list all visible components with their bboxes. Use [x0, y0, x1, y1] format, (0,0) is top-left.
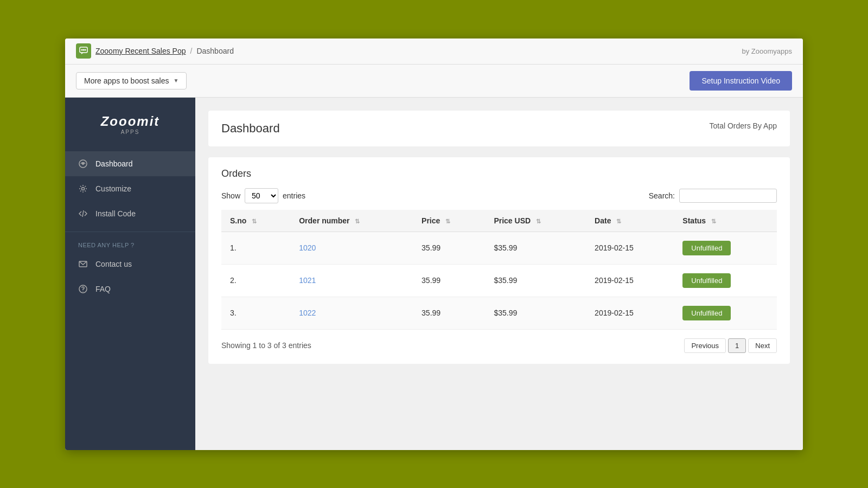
sidebar-help-label: NEED ANY HELP ?	[65, 232, 195, 252]
col-header-order-number[interactable]: Order number ⇅	[290, 210, 413, 232]
cell-price-usd: $35.99	[485, 232, 586, 264]
search-label: Search:	[649, 191, 675, 200]
app-logo-icon	[76, 43, 91, 59]
cell-date: 2019-02-15	[586, 264, 674, 297]
svg-point-6	[82, 187, 85, 190]
search-container: Search:	[649, 189, 777, 203]
order-link[interactable]: 1021	[299, 276, 316, 285]
col-header-status[interactable]: Status ⇅	[674, 210, 777, 232]
sidebar-item-customize-label: Customize	[95, 184, 131, 193]
sidebar: Zooomit APPS Dashboard	[65, 98, 195, 450]
sort-icon-sno: ⇅	[252, 218, 257, 224]
svg-point-3	[85, 49, 86, 51]
orders-section: Orders Show 50 25 10 100 entries Search	[208, 157, 790, 364]
sidebar-item-contact[interactable]: Contact us	[65, 252, 195, 277]
table-controls: Show 50 25 10 100 entries Search:	[221, 188, 777, 203]
svg-point-10	[82, 291, 83, 291]
sort-icon-price-usd: ⇅	[536, 218, 541, 224]
table-row: 2. 1021 35.99 $35.99 2019-02-15 Unfulfil…	[221, 264, 777, 297]
table-row: 1. 1020 35.99 $35.99 2019-02-15 Unfulfil…	[221, 232, 777, 264]
setup-instruction-button[interactable]: Setup Instruction Video	[690, 71, 792, 91]
dashboard-icon	[78, 159, 88, 169]
cell-price-usd: $35.99	[485, 297, 586, 329]
order-link[interactable]: 1022	[299, 309, 316, 317]
main-layout: Zooomit APPS Dashboard	[65, 98, 803, 450]
col-header-date[interactable]: Date ⇅	[586, 210, 674, 232]
cell-price: 35.99	[413, 297, 485, 329]
breadcrumb-separator: /	[190, 47, 193, 55]
entries-label: entries	[283, 191, 305, 200]
sort-icon-price: ⇅	[445, 218, 450, 224]
cell-order-number: 1021	[290, 264, 413, 297]
orders-table: S.no ⇅ Order number ⇅ Price ⇅ Price USD …	[221, 210, 777, 330]
page-1-button[interactable]: 1	[728, 338, 746, 353]
page-title: Dashboard	[221, 121, 280, 136]
cell-sno: 2.	[221, 264, 290, 297]
sidebar-logo-sub: APPS	[76, 129, 184, 135]
gear-icon	[78, 184, 88, 194]
code-icon	[78, 209, 88, 219]
content-area: Dashboard Total Orders By App Orders Sho…	[195, 98, 803, 450]
sidebar-item-contact-label: Contact us	[95, 260, 132, 268]
status-badge: Unfulfilled	[682, 273, 731, 288]
cell-price: 35.99	[413, 232, 485, 264]
cell-status: Unfulfilled	[674, 232, 777, 264]
cell-date: 2019-02-15	[586, 232, 674, 264]
status-badge: Unfulfilled	[682, 306, 731, 320]
table-header-row: S.no ⇅ Order number ⇅ Price ⇅ Price USD …	[221, 210, 777, 232]
svg-line-7	[82, 210, 84, 217]
svg-point-5	[82, 163, 84, 165]
pagination: Showing 1 to 3 of 3 entries Previous 1 N…	[221, 338, 777, 353]
chevron-down-icon: ▼	[173, 78, 178, 84]
cell-sno: 3.	[221, 297, 290, 329]
table-row: 3. 1022 35.99 $35.99 2019-02-15 Unfulfil…	[221, 297, 777, 329]
sidebar-item-install-code-label: Install Code	[95, 209, 136, 218]
top-bar: Zooomy Recent Sales Pop / Dashboard by Z…	[65, 38, 803, 65]
prev-button[interactable]: Previous	[684, 338, 726, 353]
cell-price: 35.99	[413, 264, 485, 297]
sidebar-item-faq-label: FAQ	[95, 285, 111, 293]
sidebar-item-customize[interactable]: Customize	[65, 176, 195, 201]
cell-order-number: 1020	[290, 232, 413, 264]
order-link[interactable]: 1020	[299, 243, 316, 252]
cell-order-number: 1022	[290, 297, 413, 329]
cell-status: Unfulfilled	[674, 264, 777, 297]
col-header-sno[interactable]: S.no ⇅	[221, 210, 290, 232]
sidebar-logo: Zooomit APPS	[65, 108, 195, 151]
next-button[interactable]: Next	[748, 338, 777, 353]
sort-icon-date: ⇅	[616, 218, 621, 224]
show-entries-control: Show 50 25 10 100 entries	[221, 188, 305, 203]
svg-point-1	[81, 49, 83, 51]
breadcrumb-current: Dashboard	[196, 47, 234, 55]
sidebar-item-install-code[interactable]: Install Code	[65, 201, 195, 226]
col-header-price-usd[interactable]: Price USD ⇅	[485, 210, 586, 232]
more-apps-label: More apps to boost sales	[84, 76, 169, 85]
app-name[interactable]: Zooomy Recent Sales Pop	[95, 47, 186, 55]
mail-icon	[78, 259, 88, 269]
sidebar-item-faq[interactable]: FAQ	[65, 277, 195, 301]
svg-point-2	[83, 49, 85, 51]
question-icon	[78, 284, 88, 294]
pagination-controls: Previous 1 Next	[684, 338, 777, 353]
cell-price-usd: $35.99	[485, 264, 586, 297]
sort-icon-order: ⇅	[355, 218, 360, 224]
cell-status: Unfulfilled	[674, 297, 777, 329]
sidebar-logo-text: Zooomit	[76, 114, 184, 129]
more-apps-button[interactable]: More apps to boost sales ▼	[76, 72, 187, 89]
sub-bar: More apps to boost sales ▼ Setup Instruc…	[65, 65, 803, 98]
breadcrumb: Zooomy Recent Sales Pop / Dashboard	[76, 43, 234, 59]
show-label: Show	[221, 191, 240, 200]
sidebar-item-dashboard[interactable]: Dashboard	[65, 151, 195, 176]
sort-icon-status: ⇅	[711, 218, 716, 224]
sidebar-item-dashboard-label: Dashboard	[95, 159, 133, 168]
entries-select[interactable]: 50 25 10 100	[245, 188, 278, 203]
col-header-price[interactable]: Price ⇅	[413, 210, 485, 232]
by-label: by Zooomyapps	[742, 47, 793, 55]
total-orders-label: Total Orders By App	[709, 121, 777, 130]
orders-title: Orders	[221, 168, 777, 179]
dashboard-header: Dashboard Total Orders By App	[208, 111, 790, 146]
cell-sno: 1.	[221, 232, 290, 264]
search-input[interactable]	[679, 189, 777, 203]
status-badge: Unfulfilled	[682, 241, 731, 255]
app-container: Zooomy Recent Sales Pop / Dashboard by Z…	[65, 38, 803, 450]
